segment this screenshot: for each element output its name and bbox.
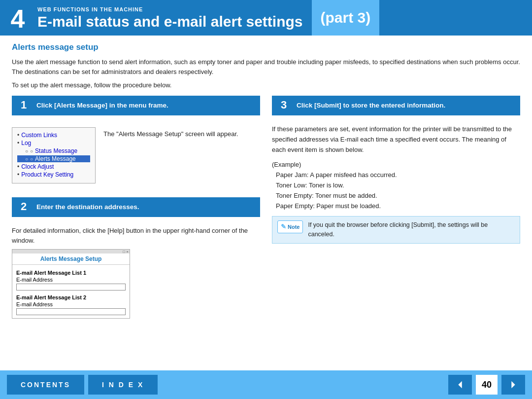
step-2-label: Enter the destination addresses.	[36, 203, 139, 211]
intro-text: Use the alert message function to send a…	[12, 57, 520, 76]
contents-button[interactable]: CONTENTS	[7, 375, 84, 395]
menu-item-log: Log	[17, 140, 90, 146]
menu-item-product-key: Product Key Setting	[17, 171, 90, 178]
step-2-header: 2 Enter the destination addresses.	[12, 197, 260, 216]
step-1-content: Custom Links Log ○Status Message ○Alerts…	[12, 119, 260, 189]
alerts-list1-sublabel: E-mail Address	[16, 277, 126, 283]
step-3-number: 3	[277, 99, 291, 111]
section-title: Alerts message setup	[12, 42, 520, 52]
alerts-setup-screenshot: □ × Alerts Message Setup E-mail Alert Me…	[12, 249, 130, 319]
step-1-caption: The "Alerts Message Setup" screen will a…	[103, 124, 238, 142]
prev-arrow-icon	[455, 379, 466, 390]
example-label: (Example)	[272, 161, 301, 168]
note-icon: ✎ Note	[277, 220, 303, 233]
example-line-3: Toner Empty: Toner must be added.	[272, 191, 520, 201]
left-column: 1 Click [Alerts Message] in the menu fra…	[12, 96, 260, 329]
alerts-list1-label: E-mail Alert Message List 1	[16, 270, 126, 276]
header-subtitle: WEB FUNCTIONS IN THE MACHINE	[37, 6, 303, 12]
prev-page-button[interactable]	[448, 375, 472, 395]
next-arrow-icon	[508, 379, 519, 390]
page-header: 4 WEB FUNCTIONS IN THE MACHINE E-mail st…	[0, 0, 532, 36]
menu-item-custom-links: Custom Links	[17, 132, 90, 139]
example-line-4: Paper Empty: Paper must be loaded.	[272, 201, 520, 212]
main-content: Alerts message setup Use the alert messa…	[0, 36, 532, 329]
step-1-label: Click [Alerts Message] in the menu frame…	[36, 102, 168, 109]
step-2-block: 2 Enter the destination addresses. For d…	[12, 197, 260, 322]
step-2-detail: For detailed information, click the [Hel…	[12, 226, 260, 245]
step-3-block: 3 Click [Submit] to store the entered in…	[272, 96, 520, 247]
procedure-text: To set up the alert message, follow the …	[12, 81, 520, 89]
step-2-number: 2	[17, 200, 31, 213]
alerts-list2-input	[16, 308, 126, 315]
header-part: (part 3)	[312, 0, 380, 36]
alerts-setup-title: Alerts Message Setup	[12, 254, 130, 265]
menu-item-status-message: ○Status Message	[17, 147, 90, 154]
step-2-content: For detailed information, click the [Hel…	[12, 221, 260, 322]
menu-screenshot: Custom Links Log ○Status Message ○Alerts…	[12, 127, 96, 183]
step-1-number: 1	[17, 99, 31, 111]
header-title: E-mail status and e-mail alert settings	[37, 13, 303, 30]
example-block: (Example) Paper Jam: A paper misfeed has…	[272, 160, 520, 211]
page-number: 40	[476, 375, 498, 395]
right-column: 3 Click [Submit] to store the entered in…	[272, 96, 520, 329]
chapter-number: 4	[0, 0, 35, 36]
step-3-detail1: If these parameters are set, event infor…	[272, 124, 520, 155]
step-1-inner-row: Custom Links Log ○Status Message ○Alerts…	[12, 124, 260, 186]
svg-marker-1	[511, 381, 515, 389]
example-line-2: Toner Low: Toner is low.	[272, 181, 520, 191]
alerts-list2-sublabel: E-mail Address	[16, 301, 126, 307]
menu-item-clock-adjust: Clock Adjust	[17, 163, 90, 170]
index-button[interactable]: I N D E X	[88, 375, 158, 395]
svg-marker-0	[458, 381, 462, 389]
step-1-block: 1 Click [Alerts Message] in the menu fra…	[12, 96, 260, 189]
note-text: If you quit the browser before clicking …	[308, 220, 515, 239]
menu-item-alerts-message: ○Alerts Message	[17, 155, 90, 162]
footer: CONTENTS I N D E X 40	[0, 370, 532, 399]
note-icon-text: Note	[288, 223, 299, 231]
step-1-header: 1 Click [Alerts Message] in the menu fra…	[12, 96, 260, 114]
alerts-list1-input	[16, 284, 126, 290]
columns: 1 Click [Alerts Message] in the menu fra…	[12, 96, 520, 329]
footer-nav: 40	[448, 375, 525, 395]
header-text-block: WEB FUNCTIONS IN THE MACHINE E-mail stat…	[35, 0, 303, 36]
note-box: ✎ Note If you quit the browser before cl…	[272, 216, 520, 244]
step-3-content: If these parameters are set, event infor…	[272, 119, 520, 247]
alerts-list2-label: E-mail Alert Message List 2	[16, 294, 126, 300]
next-page-button[interactable]	[501, 375, 525, 395]
example-line-1: Paper Jam: A paper misfeed has occurred.	[272, 170, 520, 181]
step-3-label: Click [Submit] to store the entered info…	[297, 102, 445, 109]
step-3-header: 3 Click [Submit] to store the entered in…	[272, 96, 520, 114]
alerts-setup-body: E-mail Alert Message List 1 E-mail Addre…	[12, 265, 130, 318]
